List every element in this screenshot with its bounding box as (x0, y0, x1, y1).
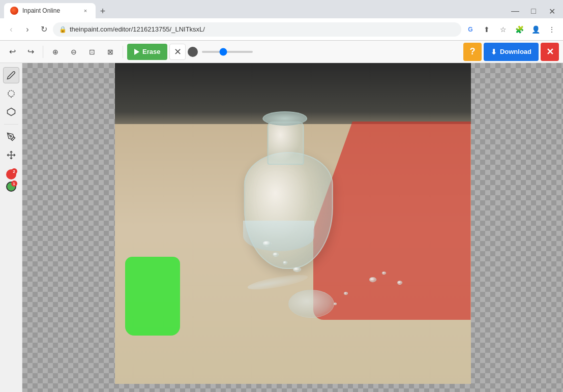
svg-marker-0 (7, 108, 15, 116)
droplet-1 (262, 240, 272, 247)
red-badge: 2 (11, 168, 17, 174)
brush-size-slider[interactable] (202, 51, 253, 53)
bottle-body (244, 152, 333, 269)
bottle-neck (267, 122, 304, 165)
droplet-8 (344, 292, 348, 295)
google-button[interactable]: G (463, 22, 478, 37)
share-button[interactable]: ⬆ (480, 22, 494, 37)
tab-title: Inpaint Online (22, 7, 77, 14)
zoom-in-button[interactable]: ⊕ (47, 44, 64, 60)
zoom-reset-button[interactable]: ⊡ (84, 44, 100, 60)
erase-label: Erase (142, 48, 160, 55)
erase-button[interactable]: Erase (127, 44, 167, 60)
url-text: theinpaint.com/editor/1216213755/_LNITks… (70, 25, 205, 33)
play-icon (134, 49, 139, 55)
profile-button[interactable]: 👤 (528, 22, 543, 37)
help-button[interactable]: ? (463, 43, 482, 61)
tab-favicon (10, 7, 18, 15)
maximize-button[interactable]: □ (526, 4, 541, 18)
nav-bar: ‹ › ↻ 🔒 theinpaint.com/editor/1216213755… (0, 18, 563, 41)
polygon-tool-button[interactable] (3, 104, 19, 120)
back-button[interactable]: ‹ (4, 22, 18, 37)
nav-right-buttons: G ⬆ ☆ 🧩 👤 ⋮ (463, 22, 559, 37)
brush-size-control (188, 47, 253, 57)
red-color-swatch[interactable]: 2 (6, 169, 16, 179)
green-inpaint-mask (125, 257, 180, 336)
address-bar[interactable]: 🔒 theinpaint.com/editor/1216213755/_LNIT… (53, 22, 461, 37)
toolbar-separator-2 (123, 46, 123, 58)
droplet-5 (369, 277, 376, 282)
svg-point-1 (10, 136, 11, 137)
zoom-fit-button[interactable]: ⊠ (102, 44, 118, 60)
app-toolbar: ↩ ↪ ⊕ ⊖ ⊡ ⊠ Erase ✕ ? ⬇ Download ✕ (0, 41, 563, 63)
close-window-button[interactable]: ✕ (545, 4, 559, 18)
active-tab[interactable]: Inpaint Online × (4, 3, 96, 18)
help-label: ? (469, 46, 475, 57)
tab-bar: Inpaint Online × + — □ ✕ (0, 0, 563, 18)
left-toolbar: 2 1 (0, 63, 22, 392)
zoom-out-button[interactable]: ⊖ (66, 44, 82, 60)
minimize-button[interactable]: — (508, 4, 522, 18)
main-area: 2 1 (0, 63, 563, 392)
new-tab-button[interactable]: + (96, 4, 110, 18)
droplet-2 (273, 252, 279, 257)
color-swatch-row-2: 1 (6, 182, 16, 192)
download-icon: ⬇ (491, 48, 497, 56)
droplet-3 (283, 261, 287, 264)
photo-canvas[interactable] (115, 63, 471, 384)
droplet-7 (397, 281, 402, 285)
large-droplet (288, 290, 334, 318)
droplet-4 (293, 267, 301, 272)
canvas-area[interactable] (22, 63, 563, 392)
redo-button[interactable]: ↪ (22, 44, 39, 60)
close-erase-button[interactable]: ✕ (169, 44, 186, 60)
close-app-button[interactable]: ✕ (541, 43, 559, 61)
color-swatches: 2 1 (6, 169, 16, 192)
toolbar-separator-1 (43, 46, 43, 58)
lasso-tool-button[interactable] (3, 85, 19, 102)
extensions-button[interactable]: 🧩 (512, 22, 526, 37)
lock-icon: 🔒 (59, 26, 67, 33)
color-swatch-row-1: 2 (6, 169, 16, 179)
move-tool-button[interactable] (3, 147, 19, 163)
close-app-label: ✕ (546, 46, 554, 57)
download-label: Download (500, 48, 531, 55)
droplet-6 (382, 272, 386, 275)
tool-separator (4, 124, 18, 125)
brush-preview (188, 47, 198, 57)
bottle-liquid (243, 221, 314, 251)
tab-close-button[interactable]: × (81, 7, 90, 15)
forward-button[interactable]: › (20, 22, 35, 37)
marker-tool-button[interactable] (3, 129, 19, 145)
bookmark-button[interactable]: ☆ (496, 22, 510, 37)
refresh-button[interactable]: ↻ (37, 22, 51, 37)
green-badge: 1 (11, 180, 17, 187)
window-controls: — □ ✕ (508, 4, 559, 18)
browser-frame: Inpaint Online × + — □ ✕ ‹ › ↻ 🔒 theinpa… (0, 0, 563, 392)
droplet-9 (334, 303, 337, 305)
green-color-swatch[interactable]: 1 (6, 182, 16, 192)
canvas-wrapper (115, 63, 471, 384)
menu-button[interactable]: ⋮ (545, 22, 559, 37)
pencil-tool-button[interactable] (3, 67, 19, 83)
download-button[interactable]: ⬇ Download (484, 43, 539, 61)
undo-button[interactable]: ↩ (4, 44, 20, 60)
bottle-cap (262, 111, 307, 126)
